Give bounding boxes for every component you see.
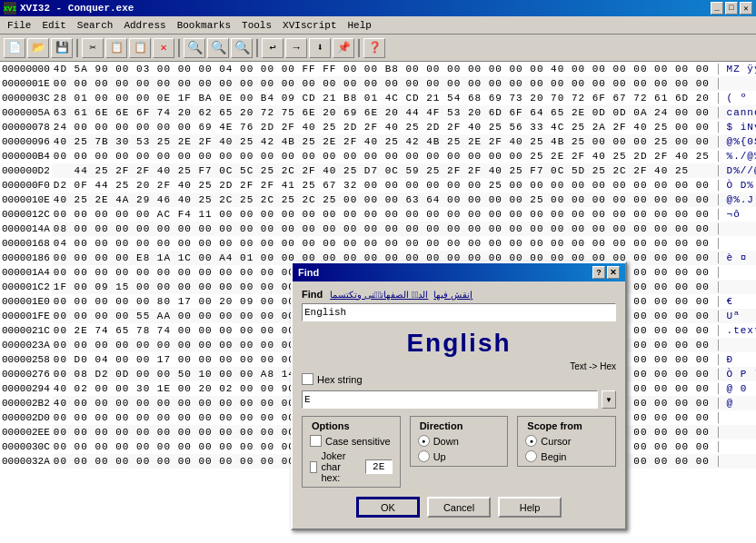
hex-bytes-cell[interactable]: 40 25 2E 4A 29 46 40 25 2C 25 2C 25 2C 2… [52, 193, 711, 207]
scope-cursor-radio[interactable] [525, 435, 537, 447]
joker-checkbox[interactable] [310, 461, 317, 473]
direction-up-radio[interactable] [418, 450, 430, 462]
table-row: 000000D244 25 2F 2F 40 25 F7 0C 5C 25 2C… [0, 163, 756, 178]
hex-string-checkbox[interactable] [302, 373, 313, 385]
table-row: 0000001E00 00 00 00 00 00 00 00 00 00 00… [0, 76, 756, 91]
hex-bytes-cell[interactable]: D2 0F 44 25 20 2F 40 25 2D 2F 2F 41 25 6… [52, 178, 711, 193]
minimize-button[interactable]: _ [711, 2, 723, 15]
toolbar-undo[interactable]: ↩ [262, 38, 284, 58]
scope-begin-radio[interactable] [525, 450, 537, 462]
hex-bytes-cell[interactable]: 08 00 00 00 00 00 00 00 00 00 00 00 00 0… [52, 222, 711, 236]
toolbar-copy[interactable]: 📋 [105, 38, 127, 58]
hex-separator: │ [711, 193, 725, 207]
menu-bookmarks[interactable]: Bookmarks [172, 18, 236, 33]
direction-down-radio[interactable] [418, 435, 430, 447]
menu-search[interactable]: Search [72, 18, 119, 33]
menu-edit[interactable]: Edit [36, 18, 71, 33]
joker-input[interactable] [365, 459, 393, 474]
hex-separator: │ [711, 222, 725, 236]
toolbar-cut[interactable]: ✂ [82, 38, 104, 58]
hex-string-row: Hex string [302, 373, 616, 385]
ascii-cell: .text [725, 323, 756, 338]
ascii-cell: Ò D% /@%-//A%g2 .% [725, 178, 756, 193]
menu-bar: File Edit Search Address Bookmarks Tools… [0, 16, 756, 35]
hex-bytes-cell[interactable]: 40 25 7B 30 53 25 2E 2F 40 25 42 4B 25 2… [52, 134, 711, 149]
hex-bytes-cell[interactable]: 00 00 00 00 00 00 00 00 00 00 00 00 00 0… [52, 76, 711, 91]
menu-xviscript[interactable]: XVIscript [277, 18, 342, 33]
hex-separator: │ [711, 62, 725, 76]
toolbar-delete[interactable]: ✕ [153, 38, 174, 58]
hex-separator: │ [711, 207, 725, 222]
hex-separator: │ [711, 149, 725, 163]
address-cell: 0000014A [0, 222, 52, 236]
find-tab-arabic2[interactable]: إنقش فيھا [433, 290, 472, 300]
toolbar-goto[interactable]: ⬇ [309, 38, 331, 58]
toolbar-save[interactable]: 💾 [51, 38, 73, 58]
menu-help[interactable]: Help [343, 18, 377, 33]
hex-bytes-cell[interactable]: 00 00 00 00 00 AC F4 11 00 00 00 00 00 0… [52, 207, 711, 222]
hex-separator: │ [711, 120, 725, 134]
toolbar-open[interactable]: 📂 [27, 38, 49, 58]
table-row: 0000010E40 25 2E 4A 29 46 40 25 2C 25 2C… [0, 193, 756, 207]
ascii-cell: $ iNv-/@%-/@%-/@%V3L%*/@% [725, 120, 756, 134]
table-row: 0000005A63 61 6E 6E 6F 74 20 62 65 20 72… [0, 105, 756, 120]
toolbar-find[interactable]: 🔍 [184, 38, 205, 58]
toolbar-redo[interactable]: → [285, 38, 307, 58]
find-tabs: الداۡ الصفهاتصۡنى وتكتسما إنقش فيھا [330, 290, 472, 300]
hex-bytes-cell[interactable]: 28 01 00 00 00 0E 1F BA 0E 00 B4 09 CD 2… [52, 91, 711, 105]
toolbar-new[interactable]: 📄 [4, 38, 25, 58]
options-row: Options Case sensitive Joker char hex: D… [302, 416, 616, 488]
hex-input[interactable] [302, 390, 598, 409]
hex-separator: │ [711, 163, 725, 178]
table-row: 0000012C00 00 00 00 00 AC F4 11 00 00 00… [0, 207, 756, 222]
menu-address[interactable]: Address [118, 18, 171, 33]
text-hex-label: Text -> Hex [302, 361, 616, 371]
ascii-cell [725, 410, 756, 425]
dialog-help-button[interactable]: ? [592, 266, 605, 279]
toolbar-help[interactable]: ❓ [363, 38, 385, 58]
case-sensitive-checkbox[interactable] [310, 435, 322, 447]
find-tab-arabic1[interactable]: الداۡ الصفهاتصۡنى وتكتسما [330, 290, 428, 300]
hex-string-label: Hex string [317, 374, 363, 385]
address-cell: 00000294 [0, 381, 52, 396]
table-row: 0000007824 00 00 00 00 00 00 69 4E 76 2D… [0, 120, 756, 134]
hex-bytes-cell[interactable]: 04 00 00 00 00 00 00 00 00 00 00 00 00 0… [52, 236, 711, 251]
toolbar-paste[interactable]: 📋 [129, 38, 151, 58]
ascii-cell: @%.J)F@%,%,%,% cd .% [725, 193, 756, 207]
help-button[interactable]: Help [498, 497, 562, 518]
hex-bytes-cell[interactable]: 00 00 00 00 00 00 00 00 00 00 00 00 00 0… [52, 149, 711, 163]
hex-separator: │ [711, 105, 725, 120]
hex-bytes-cell[interactable]: 24 00 00 00 00 00 00 69 4E 76 2D 2F 40 2… [52, 120, 711, 134]
toolbar-bookmark[interactable]: 📌 [333, 38, 354, 58]
menu-tools[interactable]: Tools [236, 18, 277, 33]
direction-group-title: Direction [418, 420, 465, 431]
cancel-button[interactable]: Cancel [427, 497, 491, 518]
hex-separator: │ [711, 294, 725, 309]
table-row: 0000003C28 01 00 00 00 0E 1F BA 0E 00 B4… [0, 91, 756, 105]
hex-separator: │ [711, 323, 725, 338]
close-button[interactable]: ✕ [740, 2, 752, 15]
ascii-cell [725, 280, 756, 294]
scope-cursor-option: Cursor [525, 435, 608, 447]
address-cell: 000001FE [0, 309, 52, 323]
hex-bytes-cell[interactable]: 4D 5A 90 00 03 00 00 00 04 00 00 00 FF F… [52, 62, 711, 76]
scope-begin-option: Begin [525, 450, 608, 462]
ascii-cell [725, 338, 756, 352]
ascii-cell: ¬ô [725, 207, 756, 222]
hex-dropdown-button[interactable]: ▼ [602, 390, 616, 409]
maximize-button[interactable]: □ [725, 2, 738, 15]
ascii-cell [725, 454, 756, 469]
hex-bytes-cell[interactable]: 63 61 6E 6E 6F 74 20 62 65 20 72 75 6E 2… [52, 105, 711, 120]
address-cell: 00000078 [0, 120, 52, 134]
address-cell: 0000023A [0, 338, 52, 352]
ascii-cell [725, 439, 756, 454]
find-text-input[interactable] [302, 303, 616, 321]
toolbar-find-next[interactable]: 🔍 [207, 38, 229, 58]
toolbar-find-prev[interactable]: 🔍 [231, 38, 253, 58]
hex-separator: │ [711, 338, 725, 352]
menu-file[interactable]: File [2, 18, 36, 33]
dialog-close-button[interactable]: ✕ [607, 266, 620, 279]
hex-bytes-cell[interactable]: 44 25 2F 2F 40 25 F7 0C 5C 25 2C 2F 40 2… [52, 163, 711, 178]
ok-button[interactable]: OK [356, 497, 420, 518]
toolbar-sep3 [256, 39, 258, 57]
